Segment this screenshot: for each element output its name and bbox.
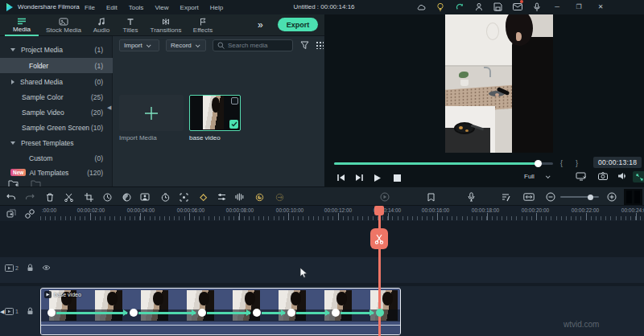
seekbar-handle[interactable] <box>535 160 542 167</box>
delete-button[interactable] <box>43 191 56 203</box>
reverse-button[interactable] <box>273 191 286 203</box>
import-media-tile[interactable] <box>119 95 184 131</box>
tab-stock-media[interactable]: Stock Media <box>40 15 87 35</box>
mask-button[interactable] <box>138 191 151 203</box>
snapshot-camera-icon[interactable] <box>598 172 608 180</box>
tab-transitions[interactable]: Transitions <box>145 15 187 35</box>
lock-icon[interactable] <box>27 264 34 272</box>
cloud-icon[interactable] <box>415 2 426 12</box>
menu-view[interactable]: View <box>149 4 174 11</box>
expander-icon[interactable] <box>11 80 14 84</box>
cut-scissors-badge[interactable] <box>370 228 388 249</box>
record-dropdown[interactable]: Record <box>166 39 206 51</box>
render-preview-button[interactable] <box>378 191 391 203</box>
color-button[interactable] <box>120 191 133 203</box>
keyframe-button[interactable] <box>196 191 209 203</box>
fit-zoom-select[interactable]: Full <box>524 173 549 180</box>
sidebar-item-sample-color[interactable]: Sample Color (25) <box>0 89 113 104</box>
timeline-zoom-slider[interactable] <box>560 196 599 198</box>
import-dropdown[interactable]: Import <box>119 39 159 51</box>
motion-tracking-button[interactable] <box>177 191 190 203</box>
keyframe-dot-current[interactable] <box>376 309 384 317</box>
menu-export[interactable]: Export <box>175 4 204 11</box>
audio-meter[interactable] <box>624 189 642 205</box>
sidebar-item-ai-templates[interactable]: New AI Templates (120) <box>0 165 113 180</box>
search-input-wrap[interactable] <box>213 39 293 51</box>
voiceover-button[interactable] <box>464 191 477 203</box>
fullscreen-button[interactable] <box>633 171 644 182</box>
next-frame-button[interactable] <box>352 171 366 184</box>
chroma-key-button[interactable] <box>253 191 266 203</box>
previous-frame-button[interactable] <box>333 171 348 184</box>
preview-video[interactable] <box>445 14 553 153</box>
adjust-button[interactable] <box>215 191 228 203</box>
keyframe-dot[interactable] <box>47 309 56 317</box>
crop-button[interactable] <box>82 191 95 203</box>
sidebar-item-sample-video[interactable]: Sample Video (20) <box>0 104 113 120</box>
add-track-icon[interactable] <box>6 209 16 218</box>
timeline-collapse-handle[interactable]: ◀ <box>0 309 4 315</box>
filter-icon[interactable] <box>300 41 309 50</box>
track-lane-2[interactable] <box>0 257 644 283</box>
expander-icon[interactable] <box>10 141 15 145</box>
export-button[interactable]: Export <box>278 18 318 31</box>
audio-mixer-button[interactable] <box>499 191 512 203</box>
account-icon[interactable] <box>473 2 484 12</box>
collapse-sidebar-handle[interactable]: ◀ <box>107 104 111 111</box>
lightbulb-icon[interactable] <box>435 2 445 12</box>
link-clips-icon[interactable] <box>25 209 35 219</box>
keyframe-dot[interactable] <box>332 309 340 317</box>
grid-view-icon[interactable] <box>316 41 324 49</box>
menu-edit[interactable]: Edit <box>101 4 123 11</box>
audio-stretch-button[interactable] <box>233 191 246 203</box>
play-button[interactable] <box>370 171 385 184</box>
speed-button[interactable] <box>101 191 114 203</box>
mark-in-button[interactable]: { <box>560 159 563 167</box>
keyframe-dot[interactable] <box>287 309 295 317</box>
tab-audio[interactable]: Audio <box>87 15 116 35</box>
save-icon[interactable] <box>493 2 503 12</box>
minimize-button[interactable]: ─ <box>551 3 564 10</box>
zoom-slider-handle[interactable] <box>588 195 593 200</box>
keyframe-dot[interactable] <box>198 309 206 317</box>
sidebar-item-sample-green-screen[interactable]: Sample Green Screen (10) <box>0 120 113 135</box>
sidebar-item-preset-templates[interactable]: Preset Templates <box>0 135 113 150</box>
menu-tools[interactable]: Tools <box>123 4 150 11</box>
sidebar-item-folder[interactable]: Folder (1) <box>0 58 113 73</box>
zoom-in-button[interactable] <box>605 191 618 203</box>
voice-promo-icon[interactable] <box>531 2 542 12</box>
keyframe-dot[interactable] <box>253 309 261 317</box>
restore-button[interactable]: ❐ <box>572 3 585 10</box>
display-device-icon[interactable] <box>576 172 586 181</box>
undo-button[interactable] <box>5 191 18 203</box>
timeline-ruler[interactable]: :00:00 00:00:02:00 00:00:04:00 00:00:06:… <box>0 206 644 221</box>
playhead-handle[interactable] <box>374 206 384 215</box>
menu-file[interactable]: File <box>79 4 101 11</box>
sync-icon[interactable] <box>454 2 464 12</box>
stop-button[interactable] <box>390 171 404 184</box>
sidebar-item-shared-media[interactable]: Shared Media (0) <box>0 74 113 89</box>
auto-ripple-button[interactable] <box>522 191 535 203</box>
lock-icon[interactable] <box>27 307 34 315</box>
sidebar-item-project-media[interactable]: Project Media (1) <box>0 42 113 57</box>
eye-icon[interactable] <box>42 264 51 271</box>
tab-effects[interactable]: Effects <box>187 15 219 35</box>
preview-seekbar[interactable] <box>334 162 553 165</box>
redo-button[interactable] <box>23 191 36 203</box>
split-scissors-button[interactable] <box>62 191 75 203</box>
expander-icon[interactable] <box>10 48 15 51</box>
mark-out-button[interactable]: } <box>576 159 578 167</box>
duration-button[interactable] <box>159 191 171 203</box>
sidebar-item-custom[interactable]: Custom (0) <box>0 150 113 166</box>
tab-titles[interactable]: Titles <box>116 15 145 35</box>
media-item-base-video[interactable] <box>189 95 241 131</box>
volume-icon[interactable] <box>617 172 627 180</box>
mail-icon[interactable] <box>512 2 522 12</box>
zoom-out-button[interactable] <box>544 191 557 203</box>
search-input[interactable] <box>228 42 292 49</box>
keyframe-dot[interactable] <box>130 309 138 317</box>
menu-help[interactable]: Help <box>204 4 229 11</box>
more-tabs-button[interactable]: » <box>258 19 263 31</box>
tab-media[interactable]: Media <box>3 15 40 35</box>
close-button[interactable]: ✕ <box>594 3 607 10</box>
